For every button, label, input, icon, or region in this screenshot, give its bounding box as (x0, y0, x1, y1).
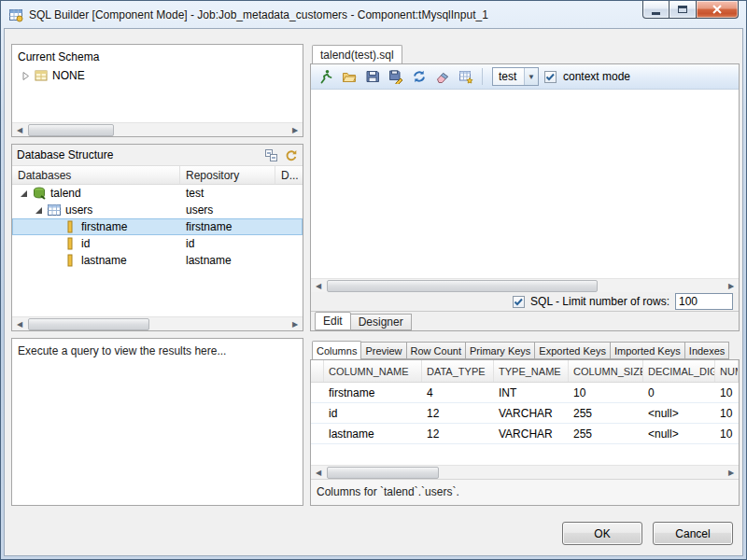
tree-item-none[interactable]: NONE (12, 67, 303, 84)
clear-icon[interactable] (431, 66, 453, 87)
scroll-thumb[interactable] (28, 318, 149, 330)
tree-row-label: lastname (81, 254, 127, 267)
ok-button[interactable]: OK (562, 522, 642, 545)
editor-toolbar: test ▼ context mode (311, 64, 739, 90)
cell: 10 (569, 383, 643, 402)
horizontal-scrollbar[interactable]: ◀ ▶ (12, 316, 303, 330)
tree-row-repository: id (186, 237, 194, 250)
cell: 10 (715, 424, 739, 443)
sync-icon[interactable] (408, 66, 430, 87)
sql-builder-window: SQL Builder [Component Mode] - Job:Job_m… (0, 0, 747, 560)
tab-label: Columns (317, 345, 357, 357)
tree-table-header: Databases Repository D... (12, 166, 303, 185)
sql-editor-panel: talend(test).sql (310, 44, 740, 331)
close-button[interactable] (696, 1, 739, 19)
column-header-databases[interactable]: Databases (12, 166, 180, 184)
tree-row-lastname[interactable]: lastname lastname (12, 252, 303, 269)
database-structure-panel: Database Structure Databases Repository … (11, 144, 303, 331)
toolbar-separator (482, 68, 483, 85)
scroll-right-icon[interactable]: ▶ (724, 467, 739, 479)
row-limit-input[interactable] (675, 293, 733, 310)
cell: 12 (422, 424, 494, 443)
save-icon[interactable] (361, 66, 383, 87)
tab-row-count[interactable]: Row Count (406, 342, 466, 359)
tab-indexes[interactable]: Indexes (684, 342, 730, 359)
results-placeholder-text: Execute a query to view the results here… (12, 339, 303, 363)
scroll-thumb[interactable] (327, 467, 439, 479)
column-icon (63, 236, 78, 251)
row-gutter (311, 360, 324, 382)
context-combo[interactable]: test ▼ (492, 67, 539, 86)
cell: id (324, 403, 422, 423)
tab-imported-keys[interactable]: Imported Keys (610, 342, 685, 359)
tree-row-label: users (65, 203, 92, 217)
header-column-size[interactable]: COLUMN_SIZE (569, 360, 643, 382)
tab-sql-file[interactable]: talend(test).sql (312, 45, 402, 63)
header-num[interactable]: NUM (715, 360, 739, 382)
row-limit-strip: SQL - Limit number of rows: (311, 292, 739, 311)
cell: 10 (715, 403, 739, 423)
sql-editor-area[interactable] (311, 90, 739, 278)
scroll-thumb[interactable] (28, 124, 114, 136)
editor-bottom-tabs: Edit Designer (311, 311, 739, 330)
sql-template-icon[interactable] (455, 66, 476, 87)
chevron-down-icon[interactable]: ▼ (524, 68, 538, 85)
minimize-button[interactable] (642, 1, 669, 19)
cell: VARCHAR (494, 403, 569, 423)
horizontal-scrollbar[interactable]: ◀ ▶ (311, 278, 739, 292)
horizontal-scrollbar[interactable]: ◀ ▶ (311, 465, 739, 479)
scroll-left-icon[interactable]: ◀ (12, 318, 27, 330)
cell: 10 (715, 383, 739, 402)
header-data-type[interactable]: DATA_TYPE (422, 360, 494, 382)
tree-row-users[interactable]: users users (12, 202, 303, 218)
header-column-name[interactable]: COLUMN_NAME (324, 360, 422, 382)
column-header-repository[interactable]: Repository (180, 166, 275, 184)
tab-edit[interactable]: Edit (315, 312, 351, 330)
tree-row-repository: lastname (186, 254, 232, 267)
collapse-all-icon[interactable] (264, 148, 278, 162)
tab-primary-keys[interactable]: Primary Keys (465, 342, 535, 359)
column-icon (63, 219, 78, 234)
tree-row-talend[interactable]: talend test (12, 185, 303, 202)
cell: lastname (324, 424, 422, 443)
column-header-d[interactable]: D... (275, 166, 303, 184)
header-type-name[interactable]: TYPE_NAME (494, 360, 569, 382)
scroll-right-icon[interactable]: ▶ (724, 280, 739, 292)
execute-icon[interactable] (315, 66, 336, 87)
database-tree: talend test users users (12, 185, 303, 269)
tab-columns[interactable]: Columns (312, 341, 361, 359)
sql-limit-checkbox[interactable] (513, 296, 525, 308)
tree-row-label: talend (50, 187, 81, 200)
expander-collapsed-icon[interactable] (21, 72, 30, 80)
tree-row-id[interactable]: id id (12, 235, 303, 252)
tab-preview[interactable]: Preview (360, 342, 406, 359)
cell: 255 (569, 424, 643, 443)
expander-expanded-icon[interactable] (35, 206, 43, 215)
cell: 255 (569, 403, 643, 423)
minimize-icon (652, 12, 660, 15)
scroll-thumb[interactable] (327, 280, 598, 292)
refresh-icon[interactable] (284, 148, 298, 162)
context-combo-value: test (499, 70, 516, 83)
maximize-button[interactable] (669, 1, 696, 19)
scroll-right-icon[interactable]: ▶ (288, 124, 303, 136)
table-row[interactable]: id 12 VARCHAR 255 <null> 10 (311, 403, 739, 424)
table-row[interactable]: firstname 4 INT 10 0 10 (311, 383, 739, 403)
scroll-left-icon[interactable]: ◀ (311, 467, 326, 479)
tab-exported-keys[interactable]: Exported Keys (534, 342, 611, 359)
cell: INT (494, 383, 569, 402)
expander-expanded-icon[interactable] (20, 189, 28, 198)
table-row[interactable]: lastname 12 VARCHAR 255 <null> 10 (311, 424, 739, 444)
titlebar[interactable]: SQL Builder [Component Mode] - Job:Job_m… (1, 1, 746, 28)
horizontal-scrollbar[interactable]: ◀ ▶ (12, 122, 303, 136)
tree-row-firstname[interactable]: firstname firstname (12, 218, 303, 235)
open-icon[interactable] (338, 66, 359, 87)
save-as-icon[interactable] (385, 66, 406, 87)
scroll-left-icon[interactable]: ◀ (12, 124, 27, 136)
cancel-button[interactable]: Cancel (653, 522, 733, 545)
scroll-left-icon[interactable]: ◀ (311, 280, 326, 292)
scroll-right-icon[interactable]: ▶ (288, 318, 303, 330)
context-mode-checkbox[interactable] (544, 71, 557, 83)
header-decimal-digits[interactable]: DECIMAL_DIGITS (643, 360, 715, 382)
tab-designer[interactable]: Designer (350, 314, 412, 330)
